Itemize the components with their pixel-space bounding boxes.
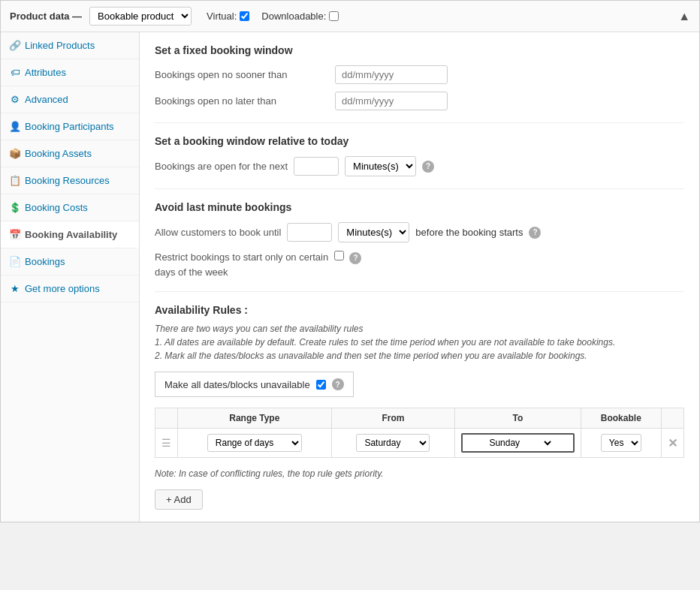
downloadable-checkbox[interactable] — [329, 11, 339, 21]
gear-icon: ⚙ — [10, 95, 20, 105]
open-later-row: Bookings open no later than — [155, 92, 684, 110]
col-header-to: To — [455, 408, 581, 429]
col-header-from: From — [331, 408, 455, 429]
cost-icon: 💲 — [10, 203, 20, 213]
col-header-range-type: Range Type — [178, 408, 332, 429]
sidebar-item-booking-resources[interactable]: 📋 Booking Resources — [1, 167, 139, 194]
people-icon: 👤 — [10, 122, 20, 132]
virtual-label[interactable]: Virtual: — [207, 11, 249, 22]
open-sooner-row: Bookings open no sooner than — [155, 65, 684, 84]
list-icon: 📄 — [10, 257, 20, 267]
to-select[interactable]: Monday Tuesday Wednesday Thursday Friday… — [481, 435, 554, 451]
sidebar-item-booking-participants[interactable]: 👤 Booking Participants — [1, 113, 139, 140]
col-header-drag — [155, 408, 178, 429]
sidebar-item-get-more-options[interactable]: ★ Get more options — [1, 275, 139, 303]
drag-handle-cell: ☰ — [155, 429, 178, 458]
bookable-cell: Yes No — [581, 429, 661, 458]
virtual-downloadable-group: Virtual: Downloadable: — [207, 11, 339, 22]
restrict-days-help-icon[interactable]: ? — [349, 252, 361, 264]
from-cell: Monday Tuesday Wednesday Thursday Friday… — [331, 429, 455, 458]
make-unavailable-row: Make all dates/blocks unavailable ? — [155, 372, 354, 397]
open-for-next-label: Bookings are open for the next — [155, 161, 288, 172]
allow-until-row: Allow customers to book until Minutes(s)… — [155, 222, 684, 242]
collapse-button[interactable]: ▲ — [678, 10, 690, 23]
open-for-next-input[interactable] — [294, 157, 339, 176]
make-unavailable-checkbox[interactable] — [316, 380, 326, 390]
availability-rules-table: Range Type From To Bookable ☰ — [155, 408, 684, 458]
main-content: Set a fixed booking window Bookings open… — [140, 32, 699, 522]
conflict-note: Note: In case of conflicting rules, the … — [155, 464, 684, 483]
drag-handle-icon[interactable]: ☰ — [161, 437, 171, 449]
virtual-checkbox[interactable] — [240, 11, 249, 21]
col-header-remove — [662, 408, 684, 429]
sidebar-item-bookings[interactable]: 📄 Bookings — [1, 248, 139, 275]
fixed-booking-window-section: Set a fixed booking window Bookings open… — [155, 44, 684, 110]
add-rule-button[interactable]: + Add — [155, 489, 203, 510]
open-later-label: Bookings open no later than — [155, 95, 327, 107]
sidebar-item-booking-assets[interactable]: 📦 Booking Assets — [1, 140, 139, 167]
product-data-title: Product data — — [10, 11, 82, 22]
open-sooner-label: Bookings open no sooner than — [155, 69, 327, 80]
bookable-select[interactable]: Yes No — [601, 434, 641, 452]
open-later-input[interactable] — [335, 92, 448, 110]
to-select-wrapper: Monday Tuesday Wednesday Thursday Friday… — [461, 433, 574, 453]
product-data-container: Product data — Bookable product Simple p… — [0, 0, 700, 522]
range-type-cell: Range of days Range of dates Range of mo… — [178, 429, 332, 458]
link-icon: 🔗 — [10, 41, 20, 51]
relative-booking-window-title: Set a booking window relative to today — [155, 135, 684, 147]
remove-row-button[interactable]: ✕ — [668, 436, 677, 450]
open-for-next-help-icon[interactable]: ? — [422, 161, 434, 173]
remove-cell: ✕ — [662, 429, 684, 458]
availability-rules-title: Availability Rules : — [155, 304, 684, 316]
product-type-select[interactable]: Bookable product Simple product Variable… — [89, 7, 192, 26]
relative-booking-window-section: Set a booking window relative to today B… — [155, 135, 684, 176]
allow-until-unit-select[interactable]: Minutes(s) Hours(s) Days(s) Weeks(s) — [338, 222, 409, 242]
calendar-icon: 📅 — [10, 230, 20, 240]
sidebar-item-attributes[interactable]: 🏷 Attributes — [1, 59, 139, 86]
from-select[interactable]: Monday Tuesday Wednesday Thursday Friday… — [356, 434, 430, 452]
open-sooner-input[interactable] — [335, 65, 448, 84]
sidebar-item-linked-products[interactable]: 🔗 Linked Products — [1, 32, 139, 59]
sidebar-item-booking-costs[interactable]: 💲 Booking Costs — [1, 194, 139, 221]
fixed-booking-window-title: Set a fixed booking window — [155, 44, 684, 56]
sidebar-item-booking-availability[interactable]: 📅 Booking Availability — [1, 221, 139, 248]
sidebar-item-advanced[interactable]: ⚙ Advanced — [1, 86, 139, 113]
restrict-days-checkbox[interactable] — [334, 251, 344, 260]
range-type-select[interactable]: Range of days Range of dates Range of mo… — [207, 434, 302, 452]
make-unavailable-label: Make all dates/blocks unavailable — [164, 379, 310, 390]
table-row: ☰ Range of days Range of dates Range of … — [155, 429, 684, 458]
availability-rules-desc: There are two ways you can set the avail… — [155, 322, 684, 363]
star-icon: ★ — [10, 284, 20, 294]
avoid-last-minute-title: Avoid last minute bookings — [155, 201, 684, 213]
product-data-body: 🔗 Linked Products 🏷 Attributes ⚙ Advance… — [1, 32, 699, 522]
to-cell: Monday Tuesday Wednesday Thursday Friday… — [455, 429, 581, 458]
box-icon: 📦 — [10, 149, 20, 159]
resource-icon: 📋 — [10, 176, 20, 186]
downloadable-label[interactable]: Downloadable: — [261, 11, 339, 22]
restrict-days-label: Restrict bookings to start only on certa… — [155, 250, 361, 279]
sidebar: 🔗 Linked Products 🏷 Attributes ⚙ Advance… — [1, 32, 140, 522]
tag-icon: 🏷 — [10, 68, 20, 78]
bookings-open-for-next-row: Bookings are open for the next Minutes(s… — [155, 156, 684, 176]
make-unavailable-help-icon[interactable]: ? — [332, 378, 344, 390]
restrict-days-row: Restrict bookings to start only on certa… — [155, 250, 684, 279]
before-starts-label: before the booking starts — [415, 227, 523, 238]
col-header-bookable: Bookable — [581, 408, 661, 429]
product-data-header: Product data — Bookable product Simple p… — [1, 1, 699, 32]
avoid-last-minute-section: Avoid last minute bookings Allow custome… — [155, 201, 684, 279]
open-for-next-unit-select[interactable]: Minutes(s) Hours(s) Days(s) Weeks(s) — [345, 156, 416, 176]
availability-rules-section: Availability Rules : There are two ways … — [155, 304, 684, 510]
allow-until-input[interactable] — [287, 223, 332, 242]
allow-until-label: Allow customers to book until — [155, 227, 281, 238]
before-starts-help-icon[interactable]: ? — [529, 227, 541, 239]
